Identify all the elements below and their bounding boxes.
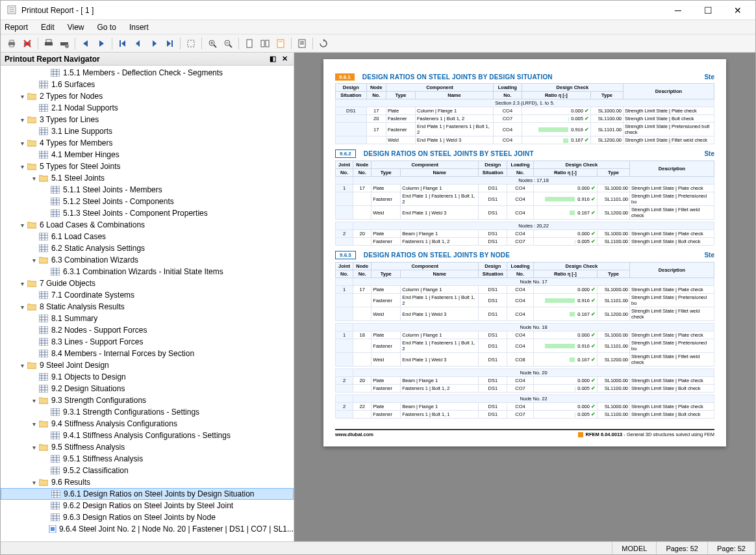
- tree-item[interactable]: 9.2 Design Situations: [1, 383, 294, 394]
- tree-item[interactable]: ▾2 Types for Nodes: [1, 90, 294, 102]
- tree-item[interactable]: 6.2 Static Analysis Settings: [1, 242, 294, 254]
- nav-last-icon[interactable]: [162, 36, 177, 51]
- tree-item[interactable]: ▾5.1 Steel Joints: [1, 172, 294, 184]
- chevron-down-icon[interactable]: ▾: [18, 140, 27, 147]
- tree-item-label: 9.6 Results: [51, 478, 90, 487]
- tree-item[interactable]: ▾9 Steel Joint Design: [1, 359, 294, 371]
- footer-left: www.dlubal.com: [335, 432, 373, 437]
- tree-item[interactable]: 5.1.3 Steel Joints - Component Propertie…: [1, 207, 294, 219]
- svg-rect-155: [51, 502, 60, 510]
- tree-item-label: 9.3 Strength Configurations: [51, 396, 146, 405]
- nav-first-icon[interactable]: [116, 36, 130, 51]
- window-title: Printout Report - [ 1 ]: [21, 6, 94, 15]
- page-multi-icon[interactable]: [258, 36, 272, 51]
- select-icon[interactable]: [184, 36, 198, 51]
- svg-rect-22: [188, 40, 194, 47]
- tree-item[interactable]: 8.4 Members - Internal Forces by Section: [1, 348, 294, 359]
- printer-settings-icon[interactable]: [57, 36, 71, 51]
- report-viewport[interactable]: 9.6.1 DESIGN RATIOS ON STEEL JOINTS BY D…: [294, 53, 755, 541]
- tree-item[interactable]: 7.1 Coordinate Systems: [1, 289, 294, 301]
- menu-goto[interactable]: Go to: [97, 23, 116, 32]
- page-settings-icon[interactable]: [295, 36, 309, 51]
- printer-icon[interactable]: [42, 36, 56, 51]
- refresh-icon[interactable]: [316, 36, 331, 51]
- tree-item[interactable]: ▾9.3 Strength Configurations: [1, 394, 294, 406]
- minimize-button[interactable]: ─: [663, 1, 693, 20]
- tree-item[interactable]: ▾4 Types for Members: [1, 137, 294, 149]
- tree-item[interactable]: 9.1 Objects to Design: [1, 371, 294, 383]
- delete-print-icon[interactable]: [20, 36, 34, 51]
- tree-item[interactable]: 9.5.2 Classification: [1, 465, 294, 476]
- tree-item[interactable]: 9.6.1 Design Ratios on Steel Joints by D…: [1, 488, 294, 500]
- tree-item[interactable]: 9.6.2 Design Ratios on Steel Joints by S…: [1, 500, 294, 511]
- menu-view[interactable]: View: [68, 23, 84, 32]
- navigator-tree[interactable]: 1.5.1 Members - Deflection Check - Segme…: [1, 66, 294, 541]
- tree-item[interactable]: 9.5.1 Stiffness Analysis: [1, 453, 294, 465]
- chevron-down-icon[interactable]: ▾: [18, 303, 27, 311]
- nav-prev-icon[interactable]: [79, 36, 93, 51]
- tree-item[interactable]: ▾6 Load Cases & Combinations: [1, 219, 294, 231]
- tree-item[interactable]: ▾9.4 Stiffness Analysis Configurations: [1, 418, 294, 430]
- chevron-down-icon[interactable]: ▾: [18, 163, 27, 170]
- menu-insert[interactable]: Insert: [129, 23, 149, 32]
- tree-item[interactable]: 8.2 Nodes - Support Forces: [1, 324, 294, 336]
- tree-item[interactable]: 1.6 Surfaces: [1, 79, 294, 90]
- tree-item[interactable]: 4.1 Member Hinges: [1, 149, 294, 161]
- tree-item[interactable]: ▾9.5 Stiffness Analysis: [1, 441, 294, 453]
- tree-item[interactable]: ▾9.6 Results: [1, 476, 294, 488]
- menu-edit[interactable]: Edit: [41, 23, 55, 32]
- tree-item[interactable]: 6.3.1 Combination Wizards - Initial Stat…: [1, 266, 294, 278]
- tree-item[interactable]: 1.5.1 Members - Deflection Check - Segme…: [1, 67, 294, 79]
- chevron-down-icon[interactable]: ▾: [29, 420, 38, 428]
- chevron-down-icon[interactable]: ▾: [18, 362, 27, 369]
- chevron-down-icon[interactable]: ▾: [18, 222, 27, 229]
- tree-item[interactable]: ▾3 Types for Lines: [1, 114, 294, 125]
- print-icon[interactable]: [5, 36, 19, 51]
- undock-icon[interactable]: ◧: [268, 54, 278, 64]
- close-button[interactable]: ✕: [723, 1, 753, 20]
- tree-item[interactable]: 9.4.1 Stiffness Analysis Configurations …: [1, 430, 294, 441]
- tree-item[interactable]: 6.1 Load Cases: [1, 231, 294, 242]
- svg-rect-11: [46, 40, 51, 42]
- tree-item[interactable]: 3.1 Line Supports: [1, 125, 294, 137]
- menubar: Report Edit View Go to Insert: [1, 20, 755, 34]
- maximize-button[interactable]: ☐: [693, 1, 723, 20]
- tree-item[interactable]: 9.3.1 Strength Configurations - Settings: [1, 406, 294, 418]
- zoom-in-icon[interactable]: [205, 36, 220, 51]
- tree-item[interactable]: 5.1.2 Steel Joints - Components: [1, 196, 294, 207]
- menu-report[interactable]: Report: [5, 23, 28, 32]
- tree-item[interactable]: 5.1.1 Steel Joints - Members: [1, 184, 294, 196]
- tree-item[interactable]: ▾5 Types for Steel Joints: [1, 161, 294, 172]
- chevron-down-icon[interactable]: ▾: [29, 444, 38, 451]
- chevron-down-icon[interactable]: ▾: [18, 93, 27, 100]
- page-single-icon[interactable]: [242, 36, 257, 51]
- table-row: WeldEnd Plate 1 | Weld 3DS1CO40.167 ✔SL1…: [336, 206, 714, 220]
- nav-next-icon[interactable]: [94, 36, 108, 51]
- tree-item[interactable]: 9.6.3 Design Ratios on Steel Joints by N…: [1, 511, 294, 523]
- zoom-out-icon[interactable]: [221, 36, 235, 51]
- tree-item[interactable]: 2.1 Nodal Supports: [1, 102, 294, 114]
- page-footer: www.dlubal.com RFEM 6.04.0013 - General …: [335, 429, 714, 437]
- chevron-down-icon[interactable]: ▾: [29, 397, 38, 404]
- page-list-icon[interactable]: [273, 36, 288, 51]
- chevron-down-icon[interactable]: ▾: [29, 257, 38, 264]
- check-icon: ✔: [590, 404, 596, 409]
- tree-item[interactable]: ▾7 Guide Objects: [1, 278, 294, 289]
- svg-rect-40: [51, 69, 60, 77]
- chevron-down-icon[interactable]: ▾: [29, 479, 38, 486]
- grid-icon: [50, 407, 60, 417]
- chevron-down-icon[interactable]: ▾: [18, 280, 27, 287]
- chevron-down-icon[interactable]: ▾: [18, 116, 27, 123]
- tree-item[interactable]: ▾6.3 Combination Wizards: [1, 254, 294, 266]
- nav-fwd-icon[interactable]: [147, 36, 161, 51]
- tree-item-label: 6 Load Cases & Combinations: [40, 220, 145, 229]
- tree-item[interactable]: ▾8 Static Analysis Results: [1, 301, 294, 313]
- tree-item[interactable]: 8.1 Summary: [1, 313, 294, 324]
- svg-marker-15: [99, 40, 104, 47]
- tree-item[interactable]: 8.3 Lines - Support Forces: [1, 336, 294, 348]
- grid-icon: [38, 372, 49, 381]
- nav-back-icon[interactable]: [131, 36, 145, 51]
- chevron-down-icon[interactable]: ▾: [29, 175, 38, 182]
- tree-item[interactable]: 9.6.4 Steel Joint No. 2 | Node No. 20 | …: [1, 523, 294, 535]
- close-panel-icon[interactable]: ✕: [279, 54, 290, 64]
